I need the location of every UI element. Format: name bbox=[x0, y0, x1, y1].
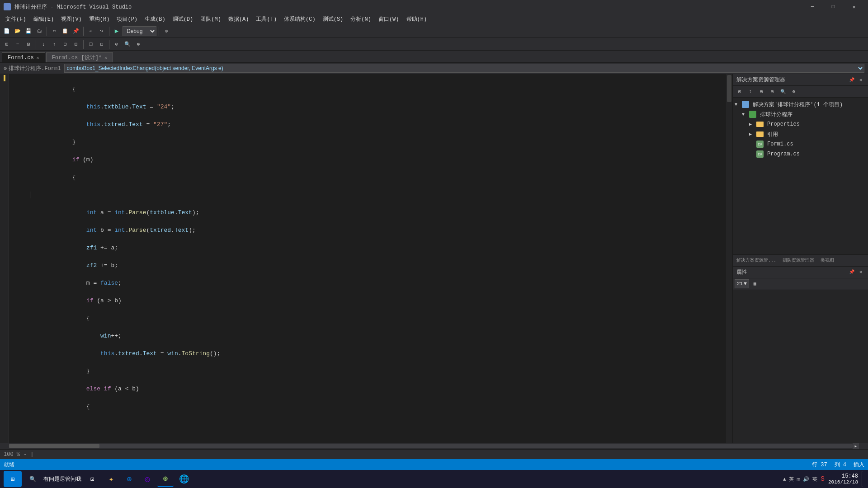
sol-tb-btn2[interactable]: ↕ bbox=[745, 87, 755, 97]
taskbar-ie[interactable]: ⊕ bbox=[121, 471, 137, 487]
editor-scrollbar[interactable] bbox=[726, 74, 732, 443]
menu-edit[interactable]: 编辑(E) bbox=[30, 14, 58, 24]
horizontal-scrollbar[interactable]: ▶ bbox=[0, 443, 868, 449]
code-line-16: this.txtred.Text = win.ToString(); bbox=[30, 349, 722, 358]
start-button[interactable]: ⊞ bbox=[4, 471, 22, 487]
properties-folder[interactable]: ▶ Properties bbox=[733, 119, 868, 129]
menu-tools[interactable]: 工具(T) bbox=[252, 14, 280, 24]
save-btn[interactable]: 💾 bbox=[24, 26, 33, 36]
breadcrumb-namespace[interactable]: 排球计分程序.Form1 bbox=[9, 65, 61, 72]
menu-window[interactable]: 窗口(W) bbox=[375, 14, 403, 24]
new-project-btn[interactable]: 📄 bbox=[2, 26, 12, 36]
sol-pin-btn[interactable]: 📌 bbox=[848, 76, 855, 84]
programcs-node[interactable]: C# Program.cs bbox=[733, 149, 868, 159]
tb2-btn8[interactable]: □ bbox=[86, 39, 96, 49]
redo-btn[interactable]: ↪ bbox=[97, 26, 107, 36]
vs-icon: ⊛ bbox=[163, 474, 168, 483]
menu-file[interactable]: 文件(F) bbox=[2, 14, 30, 24]
tab-form1cs[interactable]: Form1.cs ✕ bbox=[2, 52, 45, 62]
tb2-btn2[interactable]: ≡ bbox=[13, 39, 23, 49]
attach-btn[interactable]: ⊕ bbox=[161, 26, 171, 36]
status-col: 列 4 bbox=[835, 461, 846, 469]
status-ready: 就绪 bbox=[4, 461, 14, 469]
taskbar-explorer[interactable]: ✦ bbox=[103, 471, 119, 487]
maximize-button[interactable]: □ bbox=[823, 0, 844, 14]
references-folder[interactable]: ▶ 引用 bbox=[733, 129, 868, 139]
menu-arch[interactable]: 体系结构(C) bbox=[280, 14, 319, 24]
sogou-icon: S bbox=[821, 475, 825, 483]
tb2-btn12[interactable]: ⊛ bbox=[133, 39, 143, 49]
editor-container[interactable]: { this.txtblue.Text = "24"; this.txtred.… bbox=[9, 74, 732, 443]
scroll-right-btn[interactable]: ▶ bbox=[853, 443, 859, 449]
breadcrumb-method-select[interactable]: comboBox1_SelectedIndexChanged(object se… bbox=[64, 64, 864, 73]
tb2-btn6[interactable]: ⊟ bbox=[60, 39, 70, 49]
team-explorer-tab[interactable]: 团队资源管理器 bbox=[780, 256, 817, 264]
code-area[interactable]: { this.txtblue.Text = "24"; this.txtred.… bbox=[26, 74, 726, 443]
tab-form1-designer[interactable]: Form1.cs [设计]* ✕ bbox=[46, 52, 113, 62]
sol-tb-btn3[interactable]: ⊞ bbox=[756, 87, 766, 97]
project-node[interactable]: ▼ 排球计分程序 bbox=[733, 109, 868, 119]
properties-object-select[interactable]: 21 ▼ bbox=[735, 279, 749, 288]
close-button[interactable]: ✕ bbox=[844, 0, 864, 14]
debug-mode-select[interactable]: Debug Release bbox=[123, 26, 156, 36]
prop-tb-btn2[interactable]: ▦ bbox=[750, 279, 760, 289]
menu-refactor[interactable]: 重构(R) bbox=[85, 14, 113, 24]
tb2-btn9[interactable]: ◻ bbox=[97, 39, 107, 49]
search-button[interactable]: 🔍 bbox=[24, 471, 42, 487]
solution-arrow: ▼ bbox=[735, 102, 740, 107]
menu-view[interactable]: 视图(V) bbox=[57, 14, 85, 24]
ln-15 bbox=[9, 199, 24, 208]
secondary-toolbar: ⊞ ≡ ⊡ ↓ ↑ ⊟ ⊞ □ ◻ ⊙ 🔍 ⊛ bbox=[0, 38, 868, 51]
tab-form1cs-close[interactable]: ✕ bbox=[37, 55, 39, 61]
show-desktop-btn[interactable] bbox=[862, 471, 864, 487]
menu-build[interactable]: 生成(B) bbox=[141, 14, 169, 24]
form1cs-node[interactable]: C# Form1.cs bbox=[733, 139, 868, 149]
menu-team[interactable]: 团队(M) bbox=[197, 14, 225, 24]
menu-project[interactable]: 项目(P) bbox=[113, 14, 141, 24]
solution-node[interactable]: ▼ 解决方案'排球计分程序'(1 个项目) bbox=[733, 99, 868, 109]
tab-form1-designer-close[interactable]: ✕ bbox=[104, 55, 107, 61]
tb2-btn10[interactable]: ⊙ bbox=[112, 39, 122, 49]
open-file-btn[interactable]: 📂 bbox=[13, 26, 23, 36]
sol-tb-btn1[interactable]: ⊡ bbox=[735, 87, 745, 97]
copy-btn[interactable]: 📋 bbox=[60, 26, 70, 36]
tb2-btn7[interactable]: ⊞ bbox=[71, 39, 81, 49]
paste-btn[interactable]: 📌 bbox=[71, 26, 81, 36]
scroll-thumb[interactable] bbox=[727, 75, 731, 102]
start-debug-btn[interactable]: ▶ bbox=[112, 26, 122, 36]
solution-explorer-tab[interactable]: 解决方案资源管... bbox=[734, 256, 779, 264]
solution-tree: ▼ 解决方案'排球计分程序'(1 个项目) ▼ 排球计分程序 ▶ Propert… bbox=[733, 98, 868, 254]
tb2-btn5[interactable]: ↑ bbox=[49, 39, 59, 49]
menu-data[interactable]: 数据(A) bbox=[225, 14, 253, 24]
taskbar-chrome[interactable]: 🌐 bbox=[175, 471, 193, 487]
ln-6 bbox=[9, 120, 24, 129]
minimize-button[interactable]: ─ bbox=[802, 0, 823, 14]
prop-pin-btn[interactable]: 📌 bbox=[848, 268, 855, 276]
tb2-btn11[interactable]: 🔍 bbox=[123, 39, 132, 49]
sol-tb-btn6[interactable]: ⚙ bbox=[789, 87, 799, 97]
tb2-btn4[interactable]: ↓ bbox=[38, 39, 48, 49]
class-view-tab[interactable]: 类视图 bbox=[818, 256, 837, 264]
zoom-minus[interactable]: - bbox=[24, 451, 27, 458]
code-line-2: this.txtblue.Text = "24"; bbox=[30, 103, 722, 112]
task-view-btn[interactable]: ⊡ bbox=[83, 471, 101, 487]
taskbar-app3[interactable]: ◎ bbox=[139, 471, 156, 487]
menu-help[interactable]: 帮助(H) bbox=[403, 14, 431, 24]
menu-test[interactable]: 测试(S) bbox=[319, 14, 347, 24]
sol-close-btn[interactable]: ✕ bbox=[857, 76, 864, 84]
menu-analyze[interactable]: 分析(N) bbox=[347, 14, 375, 24]
clock[interactable]: 15:48 2016/12/18 bbox=[828, 473, 858, 485]
code-line-19: { bbox=[30, 402, 722, 411]
prop-close-btn[interactable]: ✕ bbox=[857, 268, 864, 276]
menu-debug[interactable]: 调试(D) bbox=[169, 14, 197, 24]
tb2-btn3[interactable]: ⊡ bbox=[24, 39, 33, 49]
date-display: 2016/12/18 bbox=[828, 479, 858, 485]
cut-btn[interactable]: ✂ bbox=[49, 26, 59, 36]
taskbar-vs[interactable]: ⊛ bbox=[157, 471, 174, 487]
tb2-btn1[interactable]: ⊞ bbox=[2, 39, 12, 49]
undo-btn[interactable]: ↩ bbox=[86, 26, 96, 36]
sol-tb-btn4[interactable]: ⊟ bbox=[767, 87, 777, 97]
h-scroll-thumb[interactable] bbox=[9, 444, 99, 448]
save-all-btn[interactable]: 🗂 bbox=[34, 26, 44, 36]
sol-tb-btn5[interactable]: 🔍 bbox=[778, 87, 788, 97]
